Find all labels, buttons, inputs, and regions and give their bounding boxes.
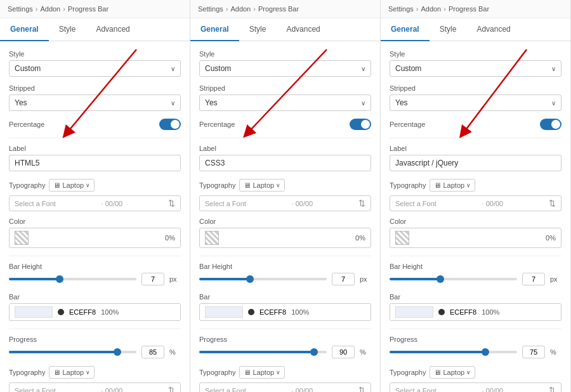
divider: [199, 329, 371, 329]
bar-height-track[interactable]: [9, 278, 136, 280]
breadcrumb-item[interactable]: Settings: [8, 5, 33, 13]
device2-label: Laptop: [443, 369, 464, 376]
bar-height-track[interactable]: [390, 278, 517, 280]
progress-thumb[interactable]: [482, 348, 489, 356]
stripped-select[interactable]: Yes ∨: [9, 95, 181, 111]
tab-style[interactable]: Style: [239, 18, 277, 41]
bar-height-value[interactable]: [141, 273, 164, 285]
breadcrumb-item[interactable]: Addon: [421, 5, 441, 13]
style-select[interactable]: Custom ∨: [9, 60, 181, 77]
progress-field-group: Progress %: [9, 336, 181, 358]
style-select[interactable]: Custom ∨: [390, 60, 561, 77]
bar-color-preview[interactable]: [395, 306, 433, 318]
device-select[interactable]: 🖥 Laptop ∨: [430, 179, 475, 192]
progress-fill: [390, 351, 485, 353]
font2-select-row[interactable]: Select a Font · 00/00 ⇅: [199, 382, 371, 392]
bar-height-value[interactable]: [522, 273, 545, 285]
device-select[interactable]: 🖥 Laptop ∨: [49, 179, 95, 192]
label-input[interactable]: [390, 155, 561, 171]
font-select-row[interactable]: Select a Font · 00/00 ⇅: [199, 195, 371, 211]
font-placeholder: Select a Font: [205, 200, 246, 207]
progress-value[interactable]: [141, 346, 164, 358]
bar-height-thumb[interactable]: [436, 275, 444, 283]
percentage-toggle[interactable]: [540, 119, 561, 130]
tab-advanced[interactable]: Advanced: [276, 18, 330, 41]
label-input[interactable]: [9, 155, 181, 171]
bar-height-track[interactable]: [199, 278, 327, 280]
chevron-down-icon: ∨: [361, 65, 365, 72]
tab-advanced[interactable]: Advanced: [86, 18, 140, 41]
stripped-select[interactable]: Yes ∨: [199, 95, 371, 111]
color-swatch[interactable]: [395, 231, 409, 245]
tab-general[interactable]: General: [190, 18, 239, 41]
breadcrumb-item[interactable]: Progress Bar: [449, 5, 489, 13]
device-label: Laptop: [62, 181, 84, 189]
percentage-toggle[interactable]: [350, 119, 371, 130]
bar-height-value[interactable]: [332, 273, 355, 285]
progress-track[interactable]: [390, 351, 517, 353]
sliders2-icon[interactable]: ⇅: [168, 386, 175, 392]
bar-pct: 100%: [101, 308, 119, 316]
color-percent: 0%: [224, 234, 365, 242]
progress-value[interactable]: [332, 346, 355, 358]
sliders-icon[interactable]: ⇅: [549, 199, 556, 208]
progress-slider-row: %: [199, 346, 371, 358]
bar-row[interactable]: ECEFF8 100%: [390, 303, 561, 321]
breadcrumb-item[interactable]: Settings: [388, 5, 414, 13]
color-picker-row[interactable]: 0%: [9, 228, 181, 248]
stripped-select[interactable]: Yes ∨: [390, 95, 561, 111]
bar-height-fill: [199, 278, 250, 280]
color-swatch[interactable]: [15, 231, 29, 245]
label-input[interactable]: [199, 155, 371, 171]
font-select-row[interactable]: Select a Font · 00/00 ⇅: [9, 195, 181, 211]
tab-general[interactable]: General: [0, 18, 49, 41]
color-swatch[interactable]: [205, 231, 219, 245]
bar-color-preview[interactable]: [15, 306, 53, 318]
font2-select-row[interactable]: Select a Font · 00/00 ⇅: [9, 382, 181, 392]
tab-advanced[interactable]: Advanced: [466, 18, 520, 41]
progress-thumb[interactable]: [114, 348, 121, 356]
device2-select[interactable]: 🖥 Laptop ∨: [239, 366, 285, 379]
percentage-label: Percentage: [390, 121, 425, 128]
breadcrumb-item[interactable]: Progress Bar: [68, 5, 108, 13]
progress-track[interactable]: [199, 351, 327, 353]
font-size-display: · 00/00: [482, 200, 504, 207]
breadcrumb-item[interactable]: Addon: [230, 5, 251, 13]
style-value: Custom: [15, 64, 175, 73]
style-select[interactable]: Custom ∨: [199, 60, 371, 77]
percentage-toggle[interactable]: [159, 119, 181, 130]
breadcrumb-item[interactable]: Progress Bar: [258, 5, 299, 13]
style-label: Style: [9, 50, 181, 58]
breadcrumb-separator: ›: [226, 5, 228, 13]
progress-value[interactable]: [522, 346, 545, 358]
device2-select[interactable]: 🖥 Laptop ∨: [49, 366, 95, 379]
breadcrumb-item[interactable]: Addon: [40, 5, 60, 13]
bar-color-preview[interactable]: [205, 306, 243, 318]
sliders-icon[interactable]: ⇅: [168, 199, 175, 208]
color-picker-row[interactable]: 0%: [199, 228, 371, 248]
bar-height-thumb[interactable]: [56, 275, 63, 283]
chevron-down-icon: ∨: [276, 369, 280, 376]
font2-select-row[interactable]: Select a Font · 00/00 ⇅: [390, 382, 561, 392]
font-size-display: · 00/00: [102, 200, 123, 207]
breadcrumb-item[interactable]: Settings: [198, 5, 223, 13]
tab-general[interactable]: General: [381, 18, 430, 41]
progress-track[interactable]: [9, 351, 136, 353]
sliders2-icon[interactable]: ⇅: [358, 386, 365, 392]
color-picker-row[interactable]: 0%: [390, 228, 561, 248]
bar-color-hex: ECEFF8: [450, 308, 476, 316]
sliders2-icon[interactable]: ⇅: [549, 386, 556, 392]
bar-height-slider-row: px: [199, 273, 371, 285]
sliders-icon[interactable]: ⇅: [358, 199, 365, 208]
device2-select[interactable]: 🖥 Laptop ∨: [430, 366, 475, 379]
tab-style[interactable]: Style: [49, 18, 86, 41]
font-placeholder: Select a Font: [15, 200, 56, 207]
font-select-row[interactable]: Select a Font · 00/00 ⇅: [390, 195, 561, 211]
bar-height-thumb[interactable]: [246, 275, 254, 283]
device-select[interactable]: 🖥 Laptop ∨: [239, 179, 285, 192]
bar-row[interactable]: ECEFF8 100%: [9, 303, 181, 321]
tab-style[interactable]: Style: [430, 18, 467, 41]
progress-thumb[interactable]: [310, 348, 318, 356]
bar-row[interactable]: ECEFF8 100%: [199, 303, 371, 321]
typography2-row: Typography 🖥 Laptop ∨: [199, 366, 371, 379]
